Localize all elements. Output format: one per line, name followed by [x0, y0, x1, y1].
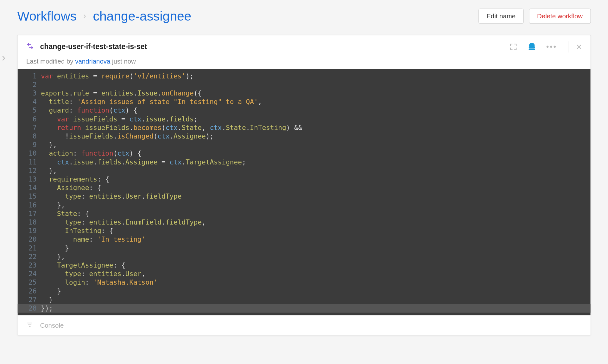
code-line[interactable]: 1var entities = require('v1/entities');	[18, 72, 591, 80]
code-content[interactable]: type: entities.User.fieldType	[41, 192, 590, 201]
code-line[interactable]: 9 },	[18, 141, 591, 149]
code-line[interactable]: 23 TargetAssignee: {	[18, 261, 591, 270]
line-number: 7	[18, 123, 41, 132]
line-number: 5	[18, 106, 41, 115]
code-content[interactable]: },	[41, 201, 590, 209]
line-number: 23	[18, 261, 41, 270]
code-line[interactable]: 17 State: {	[18, 209, 591, 218]
edit-name-button[interactable]: Edit name	[478, 9, 524, 24]
line-number: 12	[18, 166, 41, 175]
code-editor[interactable]: 1var entities = require('v1/entities');2…	[18, 69, 591, 315]
breadcrumb-current[interactable]: change-assignee	[93, 9, 192, 23]
code-line[interactable]: 13 requirements: {	[18, 175, 591, 184]
modifier-user-link[interactable]: vandrianova	[75, 58, 110, 65]
line-number: 21	[18, 244, 41, 252]
code-content[interactable]: var issueFields = ctx.issue.fields;	[41, 115, 590, 123]
code-content[interactable]: exports.rule = entities.Issue.onChange({	[41, 89, 590, 98]
code-line[interactable]: 3exports.rule = entities.Issue.onChange(…	[18, 89, 591, 98]
code-line[interactable]: 5 guard: function(ctx) {	[18, 106, 591, 115]
code-content[interactable]: }	[41, 244, 590, 252]
rule-type-icon	[26, 42, 34, 52]
expand-sidebar-toggle[interactable]: ›	[2, 51, 5, 64]
line-number: 19	[18, 227, 41, 235]
code-line[interactable]: 19 InTesting: {	[18, 227, 591, 235]
console-bar[interactable]: Console	[18, 315, 591, 335]
code-content[interactable]	[41, 80, 590, 89]
code-content[interactable]: }	[41, 295, 590, 304]
code-line[interactable]: 22 },	[18, 252, 591, 261]
code-line[interactable]: 11 ctx.issue.fields.Assignee = ctx.Targe…	[18, 158, 591, 166]
more-actions-icon[interactable]: •••	[546, 42, 557, 52]
code-content[interactable]: name: 'In testing'	[41, 235, 590, 244]
code-content[interactable]: });	[41, 304, 590, 313]
code-line[interactable]: 14 Assignee: {	[18, 184, 591, 192]
code-content[interactable]: login: 'Natasha.Katson'	[41, 278, 590, 287]
delete-workflow-button[interactable]: Delete workflow	[529, 9, 591, 24]
code-content[interactable]: },	[41, 166, 590, 175]
line-number: 11	[18, 158, 41, 166]
code-line[interactable]: 7 return issueFields.becomes(ctx.State, …	[18, 123, 591, 132]
code-line[interactable]: 12 },	[18, 166, 591, 175]
code-content[interactable]: type: entities.User,	[41, 270, 590, 278]
console-label: Console	[40, 322, 64, 329]
breadcrumb-root[interactable]: Workflows	[17, 9, 76, 23]
line-number: 3	[18, 89, 41, 98]
code-content[interactable]: guard: function(ctx) {	[41, 106, 590, 115]
code-line[interactable]: 20 name: 'In testing'	[18, 235, 591, 244]
line-number: 18	[18, 218, 41, 227]
rule-editor-panel: change-user-if-test-state-is-set ••• × L…	[17, 35, 591, 336]
line-number: 20	[18, 235, 41, 244]
code-content[interactable]: var entities = require('v1/entities');	[41, 72, 590, 80]
code-content[interactable]: requirements: {	[41, 175, 590, 184]
code-line[interactable]: 25 login: 'Natasha.Katson'	[18, 278, 591, 287]
code-line[interactable]: 10 action: function(ctx) {	[18, 149, 591, 158]
code-content[interactable]: !issueFields.isChanged(ctx.Assignee);	[41, 132, 590, 141]
rule-title: change-user-if-test-state-is-set	[40, 43, 147, 51]
agent-icon[interactable]	[527, 42, 537, 52]
code-content[interactable]: title: 'Assign issues of state "In testi…	[41, 98, 590, 106]
code-line[interactable]: 2	[18, 80, 591, 89]
code-content[interactable]: ctx.issue.fields.Assignee = ctx.TargetAs…	[41, 158, 590, 166]
line-number: 17	[18, 209, 41, 218]
line-number: 6	[18, 115, 41, 123]
code-content[interactable]: Assignee: {	[41, 184, 590, 192]
code-line[interactable]: 18 type: entities.EnumField.fieldType,	[18, 218, 591, 227]
code-line[interactable]: 26 }	[18, 287, 591, 295]
code-line[interactable]: 6 var issueFields = ctx.issue.fields;	[18, 115, 591, 123]
close-icon[interactable]: ×	[568, 41, 582, 52]
line-number: 13	[18, 175, 41, 184]
code-line[interactable]: 24 type: entities.User,	[18, 270, 591, 278]
line-number: 10	[18, 149, 41, 158]
chevron-right-icon: ›	[84, 12, 86, 21]
code-content[interactable]: InTesting: {	[41, 227, 590, 235]
line-number: 2	[18, 80, 41, 89]
code-line[interactable]: 15 type: entities.User.fieldType	[18, 192, 591, 201]
line-number: 22	[18, 252, 41, 261]
fullscreen-icon[interactable]	[509, 43, 518, 51]
code-line[interactable]: 8 !issueFields.isChanged(ctx.Assignee);	[18, 132, 591, 141]
line-number: 28	[18, 304, 41, 313]
code-line[interactable]: 21 }	[18, 244, 591, 252]
line-number: 24	[18, 270, 41, 278]
code-line[interactable]: 28});	[18, 304, 591, 313]
breadcrumb: Workflows › change-assignee	[17, 9, 191, 23]
code-content[interactable]: }	[41, 287, 590, 295]
line-number: 26	[18, 287, 41, 295]
line-number: 8	[18, 132, 41, 141]
code-content[interactable]: },	[41, 141, 590, 149]
code-line[interactable]: 27 }	[18, 295, 591, 304]
code-line[interactable]: 4 title: 'Assign issues of state "In tes…	[18, 98, 591, 106]
last-modified-meta: Last modified by vandrianova just now	[18, 58, 591, 69]
console-filter-icon[interactable]	[26, 321, 33, 330]
code-content[interactable]: State: {	[41, 209, 590, 218]
code-line[interactable]: 16 },	[18, 201, 591, 209]
line-number: 9	[18, 141, 41, 149]
code-content[interactable]: action: function(ctx) {	[41, 149, 590, 158]
line-number: 15	[18, 192, 41, 201]
code-content[interactable]: return issueFields.becomes(ctx.State, ct…	[41, 123, 590, 132]
line-number: 4	[18, 98, 41, 106]
code-content[interactable]: },	[41, 252, 590, 261]
code-content[interactable]: type: entities.EnumField.fieldType,	[41, 218, 590, 227]
line-number: 16	[18, 201, 41, 209]
code-content[interactable]: TargetAssignee: {	[41, 261, 590, 270]
